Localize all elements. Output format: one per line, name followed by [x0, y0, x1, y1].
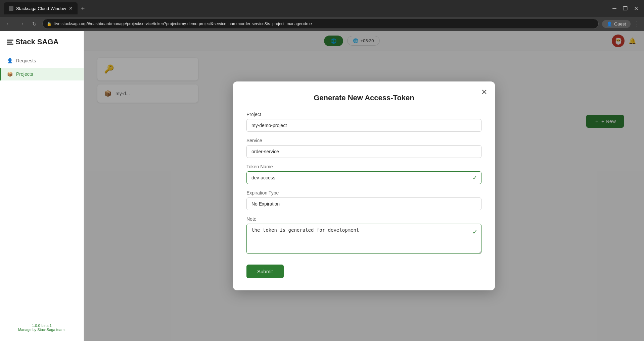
submit-label: Submit: [257, 269, 273, 274]
project-label: Project: [246, 112, 481, 117]
browser-chrome: Stacksaga Cloud-Window ✕ + ─ ❐ ✕: [0, 0, 644, 17]
requests-icon: 👤: [7, 58, 13, 64]
active-tab[interactable]: Stacksaga Cloud-Window ✕: [4, 2, 78, 14]
modal-close-btn[interactable]: ✕: [479, 87, 490, 98]
logo-bar-3: [7, 44, 13, 45]
expiration-input[interactable]: [246, 197, 481, 210]
guest-label: Guest: [614, 21, 626, 26]
logo-bar-1: [7, 40, 13, 41]
service-label: Service: [246, 138, 481, 143]
token-name-wrapper: ✓: [246, 171, 481, 184]
token-name-input[interactable]: [246, 171, 481, 184]
refresh-btn[interactable]: ↻: [30, 21, 39, 27]
managed-by-label: Manage by StackSaga team.: [7, 328, 77, 332]
note-check-icon: ✓: [472, 228, 477, 236]
new-tab-btn[interactable]: +: [81, 5, 85, 12]
token-name-check-icon: ✓: [472, 174, 477, 181]
sidebar-item-projects-label: Projects: [16, 71, 33, 77]
project-input[interactable]: [246, 119, 481, 132]
maximize-btn[interactable]: ❐: [621, 5, 629, 12]
tab-close-btn[interactable]: ✕: [69, 6, 73, 11]
version-label: 1.0.0-beta.1: [7, 324, 77, 328]
sidebar-item-requests[interactable]: 👤 Requests: [0, 54, 84, 67]
app-wrapper: StackSAGA 👤 Requests 📦 Projects 1.0.0-be…: [0, 31, 644, 341]
service-field-group: Service: [246, 138, 481, 158]
note-field-group: Note ✓: [246, 216, 481, 255]
tab-favicon: [9, 6, 13, 11]
sidebar-footer: 1.0.0-beta.1 Manage by StackSaga team.: [0, 320, 84, 336]
close-window-btn[interactable]: ✕: [632, 5, 640, 12]
sidebar: StackSAGA 👤 Requests 📦 Projects 1.0.0-be…: [0, 31, 84, 341]
window-controls: ─ ❐ ✕: [610, 5, 640, 12]
expiration-field-group: Expiration Type: [246, 190, 481, 210]
address-bar[interactable]: 🔒: [42, 19, 599, 29]
modal-title: Generate New Access-Token: [246, 94, 481, 102]
forward-btn[interactable]: →: [17, 21, 26, 27]
tab-title: Stacksaga Cloud-Window: [16, 6, 66, 11]
guest-icon: 👤: [607, 21, 612, 26]
lock-icon: 🔒: [47, 21, 52, 26]
minimize-btn[interactable]: ─: [610, 5, 618, 11]
browser-toolbar: ← → ↻ 🔒 👤 Guest ⋮: [0, 17, 644, 31]
token-name-label: Token Name: [246, 164, 481, 169]
logo-saga-text: SAGA: [37, 38, 59, 46]
url-input[interactable]: [54, 21, 594, 26]
modal-overlay[interactable]: ✕ Generate New Access-Token Project Serv…: [84, 31, 644, 341]
sidebar-item-requests-label: Requests: [16, 58, 36, 63]
close-icon: ✕: [481, 88, 487, 97]
note-textarea[interactable]: [246, 224, 481, 254]
app-logo: StackSAGA: [0, 31, 84, 52]
logo-bar-2: [7, 42, 12, 43]
browser-menu-btn[interactable]: ⋮: [634, 20, 640, 27]
tab-bar: Stacksaga Cloud-Window ✕ +: [4, 2, 608, 14]
note-label: Note: [246, 216, 481, 222]
main-content: 🌐 🌐 +05:30 🎅 🔔 🔑 📦 my-d... ＋: [84, 31, 644, 341]
service-input[interactable]: [246, 145, 481, 158]
note-wrapper: ✓: [246, 224, 481, 255]
project-field-group: Project: [246, 112, 481, 132]
back-btn[interactable]: ←: [4, 21, 13, 27]
sidebar-nav: 👤 Requests 📦 Projects: [0, 52, 84, 320]
submit-button[interactable]: Submit: [246, 265, 284, 278]
generate-token-modal: ✕ Generate New Access-Token Project Serv…: [233, 81, 495, 290]
guest-button[interactable]: 👤 Guest: [602, 20, 631, 28]
logo-icon: [7, 40, 13, 45]
expiration-label: Expiration Type: [246, 190, 481, 195]
token-name-field-group: Token Name ✓: [246, 164, 481, 184]
logo-stack-text: Stack: [15, 38, 35, 46]
projects-icon: 📦: [7, 71, 13, 77]
sidebar-item-projects[interactable]: 📦 Projects: [0, 68, 84, 80]
